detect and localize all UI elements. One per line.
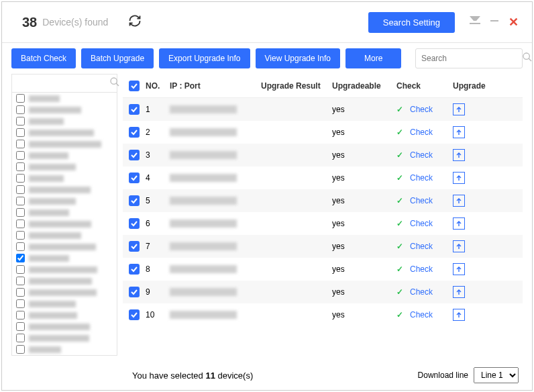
sidebar-checkbox[interactable] [16, 208, 25, 217]
batch-check-button[interactable]: Batch Check [11, 48, 76, 68]
sidebar-item[interactable] [12, 104, 117, 115]
sidebar-checkbox[interactable] [16, 311, 25, 320]
upgrade-icon[interactable] [453, 217, 465, 230]
sidebar-item[interactable] [12, 150, 117, 161]
table-row: 2yes✓Check [123, 121, 523, 144]
check-link[interactable]: Check [410, 219, 433, 228]
row-checkbox[interactable] [129, 150, 140, 160]
sidebar-checkbox[interactable] [16, 277, 25, 285]
sidebar-item[interactable] [12, 138, 117, 150]
more-button[interactable]: More [345, 48, 401, 68]
export-upgrade-info-button[interactable]: Export Upgrade Info [159, 48, 250, 68]
sidebar-item[interactable] [12, 252, 117, 264]
check-link[interactable]: Check [410, 264, 433, 274]
check-link[interactable]: Check [410, 173, 433, 183]
row-checkbox[interactable] [129, 127, 140, 138]
search-setting-button[interactable]: Search Setting [368, 12, 455, 33]
check-link[interactable]: Check [410, 196, 433, 205]
sidebar-checkbox[interactable] [16, 117, 25, 126]
sidebar-checkbox[interactable] [16, 105, 25, 114]
sidebar-checkbox[interactable] [16, 334, 25, 342]
sidebar-item[interactable] [12, 298, 117, 309]
sidebar-checkbox[interactable] [16, 197, 25, 205]
toolbar-search[interactable] [415, 48, 523, 68]
refresh-icon[interactable] [128, 14, 142, 30]
sidebar-search[interactable] [12, 75, 117, 93]
upgrade-icon[interactable] [453, 149, 465, 161]
batch-upgrade-button[interactable]: Batch Upgrade [81, 48, 154, 68]
sidebar-item[interactable] [12, 287, 117, 298]
check-link[interactable]: Check [410, 242, 433, 251]
sidebar-checkbox[interactable] [16, 174, 25, 183]
sidebar-item[interactable] [12, 127, 117, 138]
check-link[interactable]: Check [410, 128, 433, 137]
row-checkbox[interactable] [129, 309, 140, 320]
sidebar-item[interactable] [12, 230, 117, 241]
select-all-checkbox[interactable] [129, 81, 140, 91]
sidebar-item[interactable] [12, 93, 117, 104]
row-checkbox[interactable] [129, 173, 140, 183]
sidebar-item[interactable] [12, 332, 117, 344]
sidebar-checkbox[interactable] [16, 94, 25, 103]
close-icon[interactable]: ✕ [509, 15, 519, 30]
search-icon[interactable] [109, 77, 120, 90]
upgrade-icon[interactable] [453, 126, 465, 138]
minimize-icon[interactable] [490, 16, 499, 28]
row-checkbox[interactable] [129, 287, 140, 297]
view-upgrade-info-button[interactable]: View Upgrade Info [256, 48, 341, 68]
sidebar-item[interactable] [12, 344, 117, 355]
upgrade-icon[interactable] [453, 309, 465, 321]
row-checkbox[interactable] [129, 241, 140, 252]
sidebar-checkbox[interactable] [16, 345, 25, 354]
sidebar-checkbox[interactable] [16, 288, 25, 297]
upgrade-icon[interactable] [453, 103, 465, 115]
sidebar-item[interactable] [12, 184, 117, 195]
filter-icon[interactable] [470, 16, 480, 28]
download-line-select[interactable]: Line 1 [474, 367, 519, 383]
sidebar-checkbox[interactable] [16, 265, 25, 274]
row-checkbox[interactable] [129, 264, 140, 275]
check-link[interactable]: Check [410, 150, 433, 160]
row-upgradeable: yes [332, 242, 396, 251]
check-link[interactable]: Check [410, 105, 433, 114]
header: 38 Device(s) found Search Setting ✕ [2, 2, 532, 42]
sidebar-checkbox[interactable] [16, 242, 25, 251]
sidebar-checkbox[interactable] [16, 299, 25, 308]
upgrade-icon[interactable] [453, 286, 465, 298]
search-input[interactable] [421, 54, 522, 63]
sidebar-item[interactable] [12, 218, 117, 230]
check-link[interactable]: Check [410, 310, 433, 320]
upgrade-icon[interactable] [453, 172, 465, 184]
sidebar-item[interactable] [12, 173, 117, 184]
sidebar-checkbox[interactable] [16, 219, 25, 228]
table-row: 10yes✓Check [123, 303, 523, 326]
sidebar-checkbox[interactable] [16, 128, 25, 137]
sidebar-item[interactable] [12, 195, 117, 207]
row-checkbox[interactable] [129, 104, 140, 115]
sidebar-checkbox[interactable] [16, 151, 25, 160]
search-icon[interactable] [522, 52, 533, 65]
sidebar-checkbox[interactable] [16, 162, 25, 171]
check-link[interactable]: Check [410, 287, 433, 297]
sidebar-item[interactable] [12, 241, 117, 252]
sidebar-item[interactable] [12, 207, 117, 218]
sidebar-item[interactable] [12, 309, 117, 321]
sidebar-item[interactable] [12, 321, 117, 332]
sidebar-item[interactable] [12, 115, 117, 127]
row-ip [170, 128, 261, 136]
sidebar-item[interactable] [12, 275, 117, 287]
upgrade-icon[interactable] [453, 263, 465, 275]
sidebar-checkbox[interactable] [16, 185, 25, 194]
sidebar-search-input[interactable] [14, 77, 109, 90]
upgrade-icon[interactable] [453, 195, 465, 207]
sidebar-checkbox[interactable] [16, 140, 25, 148]
sidebar-item[interactable] [12, 161, 117, 173]
sidebar-checkbox[interactable] [16, 231, 25, 240]
row-checkbox[interactable] [129, 218, 140, 229]
sidebar-checkbox[interactable] [16, 322, 25, 331]
sidebar-list[interactable] [12, 93, 117, 355]
row-checkbox[interactable] [129, 195, 140, 206]
sidebar-checkbox[interactable] [16, 254, 25, 262]
sidebar-item[interactable] [12, 264, 117, 275]
upgrade-icon[interactable] [453, 240, 465, 252]
